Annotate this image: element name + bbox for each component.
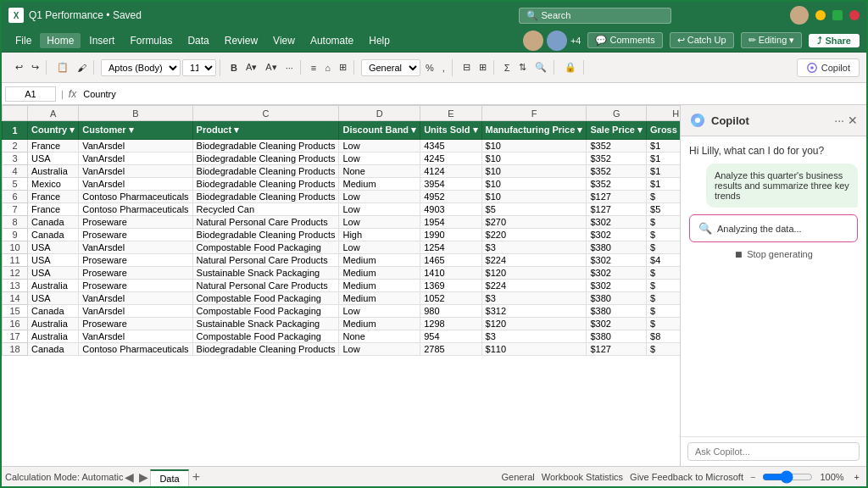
cell-r4-c3[interactable]: Biodegradable Cleaning Products xyxy=(192,165,339,178)
cell-r8-c1[interactable]: Canada xyxy=(28,216,79,229)
col-header-b[interactable]: B xyxy=(79,106,192,121)
cell-r10-c8[interactable]: $ xyxy=(647,241,680,254)
cell-r16-c6[interactable]: $120 xyxy=(481,318,587,330)
column-header-manufacturing-price[interactable]: Manufacturing Price ▾ xyxy=(481,121,587,140)
menu-insert[interactable]: Insert xyxy=(82,33,121,48)
cell-r10-c4[interactable]: Low xyxy=(339,241,420,254)
copilot-toolbar-button[interactable]: Copilot xyxy=(797,58,860,77)
copilot-more-button[interactable]: ··· xyxy=(834,114,844,127)
cell-r2-c8[interactable]: $1 xyxy=(647,140,680,152)
cell-r6-c3[interactable]: Biodegradable Cleaning Products xyxy=(192,191,339,203)
cell-r4-c6[interactable]: $10 xyxy=(481,165,587,178)
cell-r3-c1[interactable]: USA xyxy=(28,152,79,165)
col-header-g[interactable]: G xyxy=(587,106,647,121)
table-row[interactable]: 12USAProsewareSustainable Snack Packagin… xyxy=(3,267,681,280)
cell-r17-c3[interactable]: Compostable Food Packaging xyxy=(192,330,339,343)
font-color-button[interactable]: A▾ xyxy=(262,60,280,75)
cell-r10-c2[interactable]: VanArsdel xyxy=(79,241,192,254)
table-row[interactable]: 7FranceContoso PharmaceuticalsRecycled C… xyxy=(3,203,681,216)
redo-button[interactable]: ↪ xyxy=(28,60,42,75)
cell-r10-c5[interactable]: 1254 xyxy=(420,241,481,254)
table-row[interactable]: 3USAVanArsdelBiodegradable Cleaning Prod… xyxy=(3,152,681,165)
cell-r16-c8[interactable]: $ xyxy=(647,318,680,330)
cell-r6-c8[interactable]: $ xyxy=(647,191,680,203)
cell-r8-c6[interactable]: $270 xyxy=(481,216,587,229)
cell-r16-c2[interactable]: Proseware xyxy=(79,318,192,330)
menu-help[interactable]: Help xyxy=(362,33,397,48)
col-header-d[interactable]: D xyxy=(339,106,420,121)
table-row[interactable]: 11USAProsewareNatural Personal Care Prod… xyxy=(3,254,681,267)
cell-r12-c6[interactable]: $120 xyxy=(481,267,587,280)
close-button[interactable] xyxy=(849,10,860,20)
stop-generating-button[interactable]: ⏹ Stop generating xyxy=(689,249,858,259)
col-header-e[interactable]: E xyxy=(420,106,481,121)
cell-reference-input[interactable] xyxy=(5,86,56,102)
copilot-input[interactable] xyxy=(687,442,860,461)
cell-r9-c5[interactable]: 1990 xyxy=(420,229,481,241)
menu-review[interactable]: Review xyxy=(218,33,264,48)
cell-r12-c1[interactable]: USA xyxy=(28,267,79,280)
table-row[interactable]: 16AustraliaProsewareSustainable Snack Pa… xyxy=(3,318,681,330)
format-table-button[interactable]: ⊞ xyxy=(476,60,490,75)
cell-r18-c5[interactable]: 2785 xyxy=(420,343,481,356)
comma-button[interactable]: , xyxy=(439,61,448,75)
table-row[interactable]: 15CanadaVanArsdelCompostable Food Packag… xyxy=(3,305,681,318)
cell-r9-c1[interactable]: Canada xyxy=(28,229,79,241)
col-header-f[interactable]: F xyxy=(481,106,587,121)
cell-r8-c4[interactable]: Low xyxy=(339,216,420,229)
cell-r7-c6[interactable]: $5 xyxy=(481,203,587,216)
cell-r10-c3[interactable]: Compostable Food Packaging xyxy=(192,241,339,254)
align-button[interactable]: ≡ xyxy=(308,61,320,75)
cell-r14-c8[interactable]: $ xyxy=(647,292,680,305)
cell-r16-c7[interactable]: $302 xyxy=(587,318,647,330)
table-row[interactable]: 6FranceContoso PharmaceuticalsBiodegrada… xyxy=(3,191,681,203)
cell-r17-c4[interactable]: None xyxy=(339,330,420,343)
cell-r14-c7[interactable]: $380 xyxy=(587,292,647,305)
sheet-tab-data[interactable]: Data xyxy=(150,469,188,486)
cell-r10-c1[interactable]: USA xyxy=(28,241,79,254)
general-tab[interactable]: General xyxy=(502,472,535,482)
cell-r11-c5[interactable]: 1465 xyxy=(420,254,481,267)
menu-formulas[interactable]: Formulas xyxy=(123,33,179,48)
table-row[interactable]: 13AustraliaProsewareNatural Personal Car… xyxy=(3,280,681,292)
cell-r15-c8[interactable]: $ xyxy=(647,305,680,318)
col-header-h[interactable]: H xyxy=(647,106,680,121)
wrap-button[interactable]: ⌂ xyxy=(321,61,334,75)
cell-r11-c4[interactable]: Medium xyxy=(339,254,420,267)
cell-r6-c6[interactable]: $10 xyxy=(481,191,587,203)
cell-r14-c4[interactable]: Medium xyxy=(339,292,420,305)
sheet-next-button[interactable]: ▶ xyxy=(137,470,150,484)
cell-r8-c7[interactable]: $302 xyxy=(587,216,647,229)
more-button[interactable]: ··· xyxy=(282,61,297,75)
fill-color-button[interactable]: A▾ xyxy=(242,60,260,75)
cell-r15-c3[interactable]: Compostable Food Packaging xyxy=(192,305,339,318)
cell-r6-c5[interactable]: 4952 xyxy=(420,191,481,203)
cell-r17-c5[interactable]: 954 xyxy=(420,330,481,343)
cell-r8-c2[interactable]: Proseware xyxy=(79,216,192,229)
cell-r8-c3[interactable]: Natural Personal Care Products xyxy=(192,216,339,229)
cell-r10-c7[interactable]: $380 xyxy=(587,241,647,254)
cell-r9-c4[interactable]: High xyxy=(339,229,420,241)
maximize-button[interactable] xyxy=(832,10,843,20)
cell-r13-c3[interactable]: Natural Personal Care Products xyxy=(192,280,339,292)
cell-r13-c5[interactable]: 1369 xyxy=(420,280,481,292)
column-header-gross-sal[interactable]: Gross Sal ▾ xyxy=(647,121,680,140)
cell-r7-c5[interactable]: 4903 xyxy=(420,203,481,216)
cell-r12-c7[interactable]: $302 xyxy=(587,267,647,280)
cell-r9-c7[interactable]: $302 xyxy=(587,229,647,241)
cell-r2-c6[interactable]: $10 xyxy=(481,140,587,152)
table-row[interactable]: 10USAVanArsdelCompostable Food Packaging… xyxy=(3,241,681,254)
workbook-stats-tab[interactable]: Workbook Statistics xyxy=(542,472,623,482)
column-header-country[interactable]: Country ▾ xyxy=(28,121,79,140)
cell-r12-c4[interactable]: Medium xyxy=(339,267,420,280)
col-header-c[interactable]: C xyxy=(192,106,339,121)
cell-r5-c3[interactable]: Biodegradable Cleaning Products xyxy=(192,178,339,191)
cell-r13-c4[interactable]: Medium xyxy=(339,280,420,292)
zoom-slider[interactable] xyxy=(762,470,813,484)
cell-r15-c6[interactable]: $312 xyxy=(481,305,587,318)
cell-r4-c4[interactable]: None xyxy=(339,165,420,178)
table-row[interactable]: 14USAVanArsdelCompostable Food Packaging… xyxy=(3,292,681,305)
cell-r15-c7[interactable]: $380 xyxy=(587,305,647,318)
cell-r13-c6[interactable]: $224 xyxy=(481,280,587,292)
cell-r3-c5[interactable]: 4245 xyxy=(420,152,481,165)
